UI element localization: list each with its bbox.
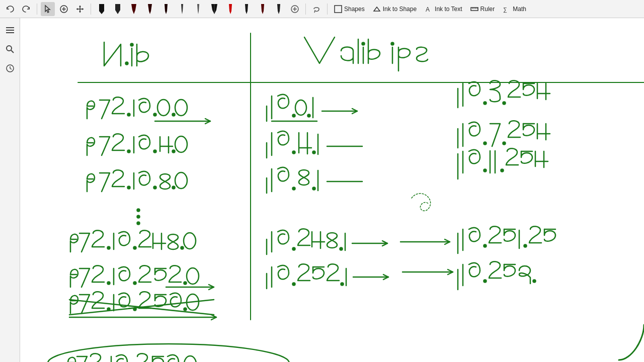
svg-point-74 (137, 222, 140, 225)
svg-point-69 (154, 187, 156, 189)
pen-tip-8[interactable] (223, 2, 237, 16)
svg-point-73 (137, 216, 140, 218)
svg-marker-14 (165, 4, 168, 14)
svg-point-123 (293, 188, 295, 190)
sep-2 (91, 4, 91, 15)
svg-marker-13 (148, 4, 152, 14)
svg-marker-21 (261, 4, 264, 14)
pen-tip-6[interactable] (191, 2, 205, 16)
svg-marker-15 (181, 4, 183, 14)
svg-point-94 (184, 308, 187, 311)
svg-point-64 (173, 150, 175, 153)
sidebar (0, 18, 20, 362)
svg-point-147 (484, 142, 487, 145)
select-tool-button[interactable] (41, 2, 55, 16)
svg-line-38 (11, 50, 14, 53)
pen-tip-3[interactable] (143, 2, 157, 16)
svg-point-117 (293, 151, 295, 154)
ink-to-shape-button[interactable]: Ink to Shape (370, 4, 420, 14)
svg-point-46 (131, 44, 133, 46)
svg-point-56 (157, 100, 170, 116)
svg-point-143 (503, 102, 506, 105)
pen-tip-9[interactable] (239, 2, 254, 16)
svg-point-78 (134, 247, 136, 249)
svg-point-110 (295, 100, 306, 115)
add-pen-button[interactable] (288, 2, 302, 16)
svg-point-155 (501, 169, 504, 172)
pen-tip-4[interactable] (159, 2, 173, 16)
svg-point-130 (340, 248, 343, 250)
pen-tip-11[interactable] (272, 2, 286, 16)
pen-tip-1[interactable] (111, 2, 125, 16)
undo-button[interactable] (3, 2, 17, 16)
svg-rect-9 (99, 4, 104, 11)
shapes-button[interactable]: Shapes (331, 4, 368, 14)
svg-point-44 (126, 62, 128, 65)
svg-point-99 (48, 344, 289, 362)
svg-marker-12 (131, 4, 136, 14)
svg-marker-16 (197, 4, 199, 14)
svg-point-111 (308, 115, 310, 117)
svg-point-84 (134, 282, 136, 285)
sep-4 (327, 4, 328, 15)
svg-marker-7 (76, 8, 78, 10)
add-button[interactable] (57, 2, 71, 16)
move-button[interactable] (73, 2, 87, 16)
svg-point-55 (154, 114, 156, 116)
svg-text:∑: ∑ (503, 7, 507, 13)
ink-to-shape-label: Ink to Shape (383, 6, 417, 13)
sep-3 (305, 4, 306, 15)
svg-point-86 (184, 282, 187, 285)
svg-point-118 (313, 151, 315, 154)
math-button[interactable]: ∑ Math (500, 4, 529, 14)
ink-to-text-button[interactable]: A Ink to Text (422, 4, 465, 14)
lasso-button[interactable] (309, 2, 324, 16)
sidebar-menu-button[interactable] (2, 22, 18, 38)
svg-marker-20 (245, 4, 248, 14)
pen-tip-5[interactable] (175, 2, 189, 16)
svg-point-169 (484, 280, 487, 283)
sidebar-search-button[interactable] (2, 41, 18, 57)
svg-point-129 (293, 248, 295, 250)
svg-point-71 (175, 172, 187, 189)
redo-button[interactable] (19, 2, 33, 16)
svg-point-70 (173, 187, 175, 189)
svg-marker-6 (79, 11, 81, 13)
svg-point-49 (362, 43, 365, 45)
svg-point-80 (184, 233, 196, 249)
toolbar: Shapes Ink to Shape A Ink to Text Ruler … (0, 0, 644, 18)
svg-point-58 (175, 100, 187, 116)
svg-rect-26 (335, 6, 342, 13)
svg-point-63 (154, 150, 156, 153)
svg-line-41 (10, 68, 12, 69)
svg-text:A: A (426, 6, 430, 13)
ruler-label: Ruler (480, 6, 495, 13)
svg-point-142 (484, 102, 487, 105)
shapes-label: Shapes (344, 6, 365, 13)
svg-marker-11 (115, 4, 120, 14)
svg-point-165 (524, 245, 527, 247)
svg-point-57 (173, 114, 175, 116)
svg-point-79 (181, 247, 184, 249)
svg-point-37 (7, 46, 12, 51)
sidebar-history-button[interactable] (2, 60, 18, 76)
svg-point-82 (108, 282, 110, 285)
pen-black-button[interactable] (95, 2, 109, 16)
svg-marker-22 (277, 4, 280, 14)
pen-tip-7[interactable] (207, 2, 221, 16)
pen-tip-10[interactable] (256, 2, 270, 16)
svg-marker-10 (99, 11, 104, 14)
svg-point-51 (391, 43, 394, 45)
canvas-area[interactable] (20, 18, 644, 362)
svg-marker-8 (82, 8, 84, 10)
svg-marker-5 (79, 6, 81, 7)
pen-tip-2[interactable] (127, 2, 141, 16)
svg-point-106 (184, 356, 196, 362)
svg-point-67 (128, 187, 130, 189)
svg-point-109 (293, 115, 295, 117)
svg-point-148 (503, 142, 506, 145)
svg-point-171 (533, 280, 536, 283)
ruler-button[interactable]: Ruler (467, 4, 498, 14)
svg-point-137 (341, 283, 344, 286)
svg-point-72 (137, 209, 140, 212)
